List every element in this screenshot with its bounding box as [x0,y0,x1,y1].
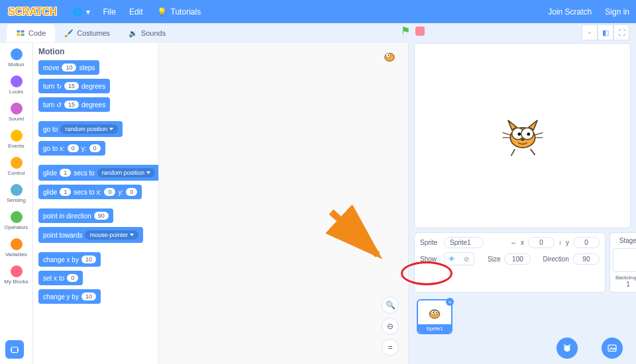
tutorials-button[interactable]: 💡 Tutorials [150,0,208,23]
gotoxy-x-input[interactable]: 0 [68,144,79,152]
sprite-tile-thumbnail [419,302,450,324]
block-move-steps[interactable]: move 10 steps [38,60,99,75]
script-workspace[interactable]: 🔍 ⊖ = [159,43,409,364]
svg-line-13 [535,132,543,135]
sprite-name-input[interactable]: Sprite1 [444,237,484,248]
category-events-dot [11,130,23,142]
category-variables-dot [11,238,23,250]
set-x-input[interactable]: 0 [67,274,78,282]
small-stage-button[interactable]: ▫ [582,24,598,40]
stage-canvas[interactable] [414,43,631,228]
goto-dropdown[interactable]: random position [60,124,118,134]
block-point-towards[interactable]: point towards mouse-pointer [38,227,143,243]
backdrop-thumbnail[interactable] [613,248,636,272]
sprite-info-panel-row: Sprite Sprite1 ↔ x 0 ↕ y 0 Show 👁 ⊘ [414,232,631,293]
large-stage-button[interactable]: ◧ [598,24,613,40]
zoom-out-button[interactable]: ⊖ [382,318,399,335]
category-sound[interactable]: Sound [0,100,32,127]
tab-sounds-label: Sounds [141,29,166,37]
glide-dropdown[interactable]: random position [97,168,155,177]
backpack-button[interactable] [5,340,24,359]
point-dir-input[interactable]: 90 [94,212,109,220]
block-set-x[interactable]: set x to 0 [38,271,83,285]
add-backdrop-button[interactable] [602,338,623,359]
sprite-size-input[interactable]: 100 [504,253,531,265]
category-control[interactable]: Control [0,154,32,181]
language-menu[interactable]: 🌐 ▾ [65,0,97,23]
sprite-tile[interactable]: × Sprite1 [417,299,452,334]
sprite-name-label: Sprite [420,239,440,246]
block-palette: Motion move 10 steps turn ↻ 15 degrees t… [33,43,159,364]
block-goto[interactable]: go to random position [38,121,123,137]
hide-button[interactable]: ⊘ [459,253,474,265]
block-point-direction[interactable]: point in direction 90 [38,208,113,223]
category-events[interactable]: Events [0,127,32,154]
scratch-logo[interactable]: SCRATCH [0,6,65,18]
category-myblocks[interactable]: My Blocks [0,263,32,290]
tab-sounds[interactable]: 🔉 Sounds [119,24,175,42]
change-x-input[interactable]: 10 [81,255,96,263]
scratch-cat-sprite[interactable] [500,113,546,159]
category-sensing[interactable]: Sensing [0,181,32,208]
glidexy-secs-input[interactable]: 1 [60,188,71,196]
category-variables[interactable]: Variables [0,236,32,263]
block-turn-ccw[interactable]: turn ↺ 15 degrees [38,97,110,112]
change-y-input[interactable]: 10 [81,293,96,300]
stage-panel[interactable]: Stage Backdrops 1 [610,232,636,293]
category-myblocks-label: My Blocks [4,279,28,285]
backpack-icon [10,345,19,354]
svg-point-12 [521,138,525,141]
category-motion[interactable]: Motion [0,46,32,73]
fullscreen-button[interactable]: ⛶ [613,24,629,40]
sprite-direction-input[interactable]: 90 [573,253,600,265]
sprite-y-input[interactable]: 0 [573,237,600,248]
show-hide-toggle: 👁 ⊘ [444,252,474,265]
delete-sprite-button[interactable]: × [446,298,454,306]
category-operators[interactable]: Operators [0,208,32,236]
show-button[interactable]: 👁 [445,253,459,265]
svg-point-21 [436,312,437,314]
point-towards-dropdown[interactable]: mouse-pointer [85,230,138,240]
chevron-down-icon [146,171,150,174]
svg-rect-24 [11,347,17,353]
tab-code-label: Code [28,29,46,37]
category-myblocks-dot [11,265,23,277]
direction-label: Direction [543,255,568,263]
move-steps-input[interactable]: 10 [62,64,76,71]
tab-costumes[interactable]: 🖌️ Costumes [55,24,119,42]
category-operators-label: Operators [5,224,28,230]
zoom-reset-button[interactable]: = [382,339,399,356]
tab-strip: Code 🖌️ Costumes 🔉 Sounds [0,23,636,43]
block-glide-to[interactable]: glide 1 secs to random position [38,165,159,181]
block-change-y[interactable]: change y by 10 [38,289,101,304]
glidexy-x-input[interactable]: 0 [104,188,115,196]
turn-ccw-input[interactable]: 15 [64,101,79,109]
block-glide-xy[interactable]: glide 1 secs to x: 0 y: 0 [38,185,142,199]
main-area: Motion Looks Sound Events Control Sensin… [0,43,636,364]
glidexy-y-input[interactable]: 0 [126,188,137,196]
gotoxy-y-input[interactable]: 0 [89,144,101,152]
image-icon [607,343,617,353]
sign-in-link[interactable]: Sign in [598,0,636,23]
svg-point-20 [433,312,434,314]
category-looks[interactable]: Looks [0,73,32,100]
add-sprite-button[interactable] [556,338,578,359]
file-menu[interactable]: File [97,0,123,23]
tab-code[interactable]: Code [7,24,55,42]
y-label: y [566,239,569,246]
stop-button[interactable] [415,26,425,36]
block-change-x[interactable]: change x by 10 [38,252,101,267]
join-scratch-link[interactable]: Join Scratch [541,0,598,23]
category-control-dot [11,157,23,169]
zoom-in-button[interactable]: 🔍 [382,296,399,314]
block-turn-cw[interactable]: turn ↻ 15 degrees [38,79,110,93]
glide-secs-input[interactable]: 1 [60,169,71,177]
turn-cw-input[interactable]: 15 [64,82,79,90]
sprite-x-input[interactable]: 0 [528,237,555,248]
y-arrow-icon: ↕ [558,239,562,246]
green-flag-button[interactable]: ⚑ [401,24,410,37]
block-goto-xy[interactable]: go to x: 0 y: 0 [38,141,105,156]
edit-menu[interactable]: Edit [123,0,150,23]
sprite-list: × Sprite1 [414,296,631,364]
svg-rect-25 [11,349,12,351]
